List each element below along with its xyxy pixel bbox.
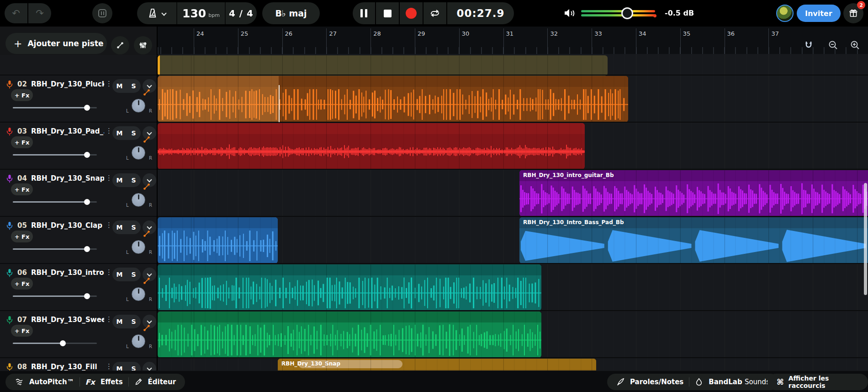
avatar[interactable]: [776, 5, 794, 22]
pan-knob[interactable]: [132, 240, 145, 254]
add-fx-button[interactable]: + Fx: [11, 325, 33, 337]
redo-button[interactable]: ↷: [28, 8, 51, 19]
track-menu-icon[interactable]: ⋮: [106, 127, 112, 135]
key-control[interactable]: B♭ maj: [262, 2, 320, 24]
audio-region-RBH_Dry_130_Snap[interactable]: RBH_Dry_130_Snap: [278, 359, 596, 371]
add-fx-button[interactable]: + Fx: [11, 136, 33, 148]
record-button[interactable]: [400, 2, 423, 24]
track-row-06[interactable]: 06 RBH_Dry_130_intro... ⋮ M S + Fx L R: [0, 264, 157, 310]
audio-region-teal[interactable]: [158, 264, 541, 311]
solo-button[interactable]: S: [127, 173, 141, 187]
magnet-snap-icon[interactable]: [804, 40, 813, 49]
zoom-in-icon[interactable]: [850, 40, 860, 50]
track-menu-icon[interactable]: ⋮: [106, 221, 112, 229]
track-menu-icon[interactable]: ⋮: [106, 362, 112, 371]
shortcuts-button[interactable]: ⌘ Afficher les raccourcis: [767, 374, 868, 390]
volume-slider-knob[interactable]: [84, 199, 90, 205]
pan-knob[interactable]: [132, 99, 145, 113]
track-number: 04: [17, 174, 27, 183]
track-menu-icon[interactable]: ⋮: [106, 80, 112, 88]
mixer-button[interactable]: [134, 36, 152, 54]
volume-slider-knob[interactable]: [84, 246, 90, 252]
track-row-04[interactable]: 04 RBH_Dry_130_Snap ⋮ M S + Fx L R: [0, 170, 157, 216]
track-menu-icon[interactable]: ⋮: [106, 268, 112, 276]
track-name[interactable]: RBH_Dry_130_intro...: [31, 268, 104, 277]
track-row-03[interactable]: 03 RBH_Dry_130_Pad_... ⋮ M S + Fx L R: [0, 123, 157, 169]
track-row-05[interactable]: 05 RBH_Dry_130_Clap ⋮ M S + Fx L R: [0, 217, 157, 263]
region-edge-marker[interactable]: [158, 55, 160, 76]
metronome-button[interactable]: [137, 2, 176, 24]
pan-knob[interactable]: [132, 287, 145, 301]
mute-button[interactable]: M: [112, 126, 127, 140]
loop-button[interactable]: [423, 2, 446, 24]
bandlab-sounds-button[interactable]: BandLab Sounds: [709, 378, 770, 386]
mute-button[interactable]: M: [112, 173, 127, 187]
track-name[interactable]: RBH_Dry_130_Snap: [31, 174, 104, 183]
track-menu-icon[interactable]: ⋮: [106, 315, 112, 323]
region-header[interactable]: [158, 311, 541, 322]
arrangement-area[interactable]: RBH_Dry_130_intro_guitar_BbRBH_Dry_130_I…: [158, 54, 868, 371]
solo-button[interactable]: S: [127, 220, 141, 234]
add-fx-button[interactable]: + Fx: [11, 183, 33, 195]
bpm-control[interactable]: 130 bpm: [177, 2, 225, 24]
volume-slider-knob[interactable]: [84, 293, 90, 299]
audio-region-blue[interactable]: [158, 217, 278, 263]
invite-button[interactable]: Inviter: [797, 5, 841, 22]
solo-button[interactable]: S: [127, 315, 141, 328]
undo-button[interactable]: ↶: [5, 8, 27, 19]
pan-right-label: R: [149, 156, 152, 161]
audio-region-green[interactable]: [158, 311, 541, 358]
track-name[interactable]: RBH_Dry_130_Clap: [31, 221, 102, 230]
track-row-07[interactable]: 07 RBH_Dry_130_Swee... ⋮ M S + Fx L R: [0, 311, 157, 357]
track-row-02[interactable]: 02 RBH_Dry_130_Pluck... ⋮ M S + Fx L R: [0, 75, 157, 122]
project-panel-button[interactable]: [92, 3, 112, 23]
track-name[interactable]: RBH_Dry_130_Pluck...: [31, 80, 104, 88]
divider: [158, 263, 868, 264]
pan-knob[interactable]: [132, 146, 145, 160]
track-menu-icon[interactable]: ⋮: [106, 174, 112, 182]
zoom-out-icon[interactable]: [828, 40, 838, 50]
add-track-button[interactable]: + Ajouter une piste: [5, 33, 107, 54]
track-name[interactable]: RBH_Dry_130_Fill: [31, 363, 97, 371]
track-name[interactable]: RBH_Dry_130_Pad_...: [31, 127, 104, 135]
volume-slider-knob[interactable]: [60, 340, 66, 346]
audio-region-RBH_Dry_130_Intro_Bass_Pad_Bb[interactable]: RBH_Dry_130_Intro_Bass_Pad_Bb: [519, 217, 868, 263]
pan-knob[interactable]: [132, 334, 145, 348]
solo-button[interactable]: S: [127, 268, 141, 281]
timeline-ruler[interactable]: 2425262728293031323334353637: [158, 27, 868, 54]
patch-cable-button[interactable]: [111, 36, 129, 54]
region-header[interactable]: [158, 264, 541, 275]
vertical-scrollbar[interactable]: [864, 183, 867, 295]
audio-region-RBH_Dry_130_intro_guitar_Bb[interactable]: RBH_Dry_130_intro_guitar_Bb: [519, 170, 868, 216]
pan-knob[interactable]: [132, 193, 145, 207]
playhead[interactable]: [279, 85, 280, 122]
mute-button[interactable]: M: [112, 220, 127, 234]
volume-slider-knob[interactable]: [84, 105, 90, 111]
solo-button[interactable]: S: [127, 126, 141, 140]
audio-region-olive[interactable]: [158, 55, 608, 76]
mute-button[interactable]: M: [112, 79, 127, 93]
master-volume-knob[interactable]: [621, 7, 633, 19]
volume-slider-knob[interactable]: [84, 152, 90, 158]
autopitch-button[interactable]: AutoPitch™: [29, 378, 74, 386]
effects-button[interactable]: Effets: [101, 378, 123, 386]
add-fx-button[interactable]: + Fx: [11, 89, 33, 101]
pause-button[interactable]: [353, 2, 375, 24]
track-name[interactable]: RBH_Dry_130_Swee...: [31, 316, 104, 324]
mute-button[interactable]: M: [112, 268, 127, 281]
region-header[interactable]: [158, 123, 585, 134]
add-fx-button[interactable]: + Fx: [11, 231, 33, 242]
mic-icon: [5, 315, 14, 328]
audio-region-red[interactable]: [158, 123, 585, 169]
region-header[interactable]: [158, 217, 278, 228]
speaker-icon[interactable]: [564, 8, 576, 19]
stop-button[interactable]: [376, 2, 399, 24]
track-number: 06: [17, 268, 27, 277]
time-signature-control[interactable]: 4 / 4: [226, 2, 257, 24]
solo-button[interactable]: S: [127, 79, 141, 93]
add-fx-button[interactable]: + Fx: [11, 278, 33, 290]
lyrics-notes-button[interactable]: Paroles/Notes: [630, 378, 683, 386]
mute-button[interactable]: M: [112, 315, 127, 328]
editor-button[interactable]: Éditeur: [148, 378, 176, 386]
audio-region-orange[interactable]: [158, 76, 628, 122]
